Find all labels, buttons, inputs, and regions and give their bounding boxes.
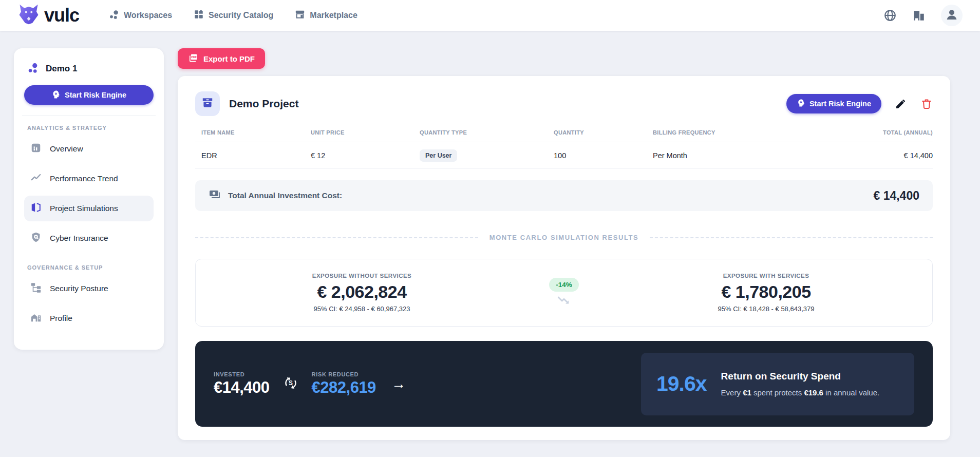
risk-reduced-metric: RISK REDUCED €282,619 <box>312 371 376 397</box>
start-risk-engine-button[interactable]: Start Risk Engine <box>24 85 154 105</box>
roi-multiplier: 19.6x <box>656 372 707 396</box>
account-icon <box>944 7 959 24</box>
project-card-header: Demo Project Start Risk Engine <box>195 91 933 116</box>
main-content: PDF Export to PDF <box>178 48 950 440</box>
risk-reduced-value: €282,619 <box>312 378 376 397</box>
project-title: Demo Project <box>229 98 298 110</box>
exposure-without-value: € 2,062,824 <box>201 282 523 302</box>
return-on-spend-panel: 19.6x Return on Security Spend Every €1 … <box>641 353 914 415</box>
pdf-icon: PDF <box>188 53 198 65</box>
start-risk-engine-button-header[interactable]: Start Risk Engine <box>786 94 881 113</box>
col-header-billing-frequency: BILLING FREQUENCY <box>647 129 842 136</box>
account-tree-icon <box>30 282 42 295</box>
overview-icon <box>30 142 42 156</box>
logo[interactable]: vulc <box>17 3 79 28</box>
invested-metric: INVESTED €14,400 <box>214 371 270 397</box>
header-actions: Start Risk Engine <box>786 94 933 113</box>
sidebar-item-label: Profile <box>50 314 72 323</box>
workspace-name: Demo 1 <box>46 64 77 74</box>
sidebar-item-performance-trend[interactable]: Performance Trend <box>24 166 154 192</box>
svg-text:S: S <box>289 379 293 386</box>
sidebar: Demo 1 Start Risk Engine ANALYTICS & STR… <box>14 48 164 350</box>
invested-label: INVESTED <box>214 371 270 377</box>
sidebar-item-label: Security Posture <box>50 284 108 293</box>
arrow-right-icon: → <box>391 376 406 392</box>
sidebar-item-security-posture[interactable]: Security Posture <box>24 276 154 301</box>
exposure-with-label: EXPOSURE WITH SERVICES <box>605 273 927 279</box>
svg-text:PDF: PDF <box>191 55 197 59</box>
nav-item-workspaces[interactable]: Workspaces <box>109 9 172 22</box>
export-pdf-label: Export to PDF <box>203 54 255 63</box>
roi-summary-card: INVESTED €14,400 S RISK REDUCED <box>195 341 933 427</box>
nav-item-label: Security Catalog <box>209 11 273 20</box>
quantity-type-badge: Per User <box>420 149 457 162</box>
globe-icon[interactable] <box>883 9 897 22</box>
nav-item-label: Workspaces <box>124 11 172 20</box>
sidebar-item-label: Project Simulations <box>50 204 118 213</box>
catalog-icon <box>194 9 204 22</box>
exposure-delta: -14% <box>523 278 605 308</box>
col-header-quantity-type: QUANTITY TYPE <box>413 129 548 136</box>
exposure-with-services: EXPOSURE WITH SERVICES € 1,780,205 95% C… <box>605 273 927 313</box>
sidebar-item-label: Cyber Insurance <box>50 234 108 243</box>
risk-reduced-label: RISK REDUCED <box>312 371 376 377</box>
section-label-governance: GOVERNANCE & SETUP <box>24 264 154 271</box>
psychology-icon <box>797 99 805 109</box>
items-table: ITEM NAME UNIT PRICE QUANTITY TYPE QUANT… <box>195 129 933 169</box>
nav-item-marketplace[interactable]: Marketplace <box>295 9 357 22</box>
roi-text: Return on Security Spend Every €1 spent … <box>721 371 880 397</box>
cell-quantity-type: Per User <box>413 149 548 162</box>
cell-quantity: 100 <box>548 151 647 160</box>
divider-line <box>195 237 478 238</box>
monte-carlo-section-title: MONTE CARLO SIMULATION RESULTS <box>489 234 638 241</box>
shield-policy-icon <box>30 232 42 245</box>
exposure-without-services: EXPOSURE WITHOUT SERVICES € 2,062,824 95… <box>201 273 523 313</box>
roi-metrics: INVESTED €14,400 S RISK REDUCED <box>214 371 406 397</box>
organization-icon[interactable] <box>912 9 926 22</box>
edit-pencil-icon[interactable] <box>895 98 907 110</box>
home-work-icon <box>30 312 42 325</box>
start-risk-engine-label: Start Risk Engine <box>809 100 871 108</box>
col-header-total-annual: TOTAL (ANNUAL) <box>842 129 933 136</box>
sidebar-item-cyber-insurance[interactable]: Cyber Insurance <box>24 225 154 251</box>
page-body: Demo 1 Start Risk Engine ANALYTICS & STR… <box>0 31 980 440</box>
sidebar-item-profile[interactable]: Profile <box>24 306 154 331</box>
exposure-without-label: EXPOSURE WITHOUT SERVICES <box>201 273 523 279</box>
nav-links: Workspaces Security Catalog <box>109 9 357 22</box>
table-row: EDR € 12 Per User 100 Per Month € 14,400 <box>195 142 933 169</box>
archive-icon <box>201 96 214 111</box>
sidebar-item-project-simulations[interactable]: Project Simulations <box>24 196 154 221</box>
workspace-selector[interactable]: Demo 1 <box>24 62 154 76</box>
delete-trash-icon[interactable] <box>920 98 933 110</box>
total-investment-label-group: Total Annual Investment Cost: <box>209 188 342 203</box>
exposure-with-ci: 95% CI: € 18,428 - € 58,643,379 <box>605 305 927 313</box>
col-header-quantity: QUANTITY <box>548 129 647 136</box>
currency-exchange-icon: S <box>283 375 298 393</box>
sidebar-item-label: Performance Trend <box>50 174 118 183</box>
wolf-logo-icon <box>17 3 40 28</box>
trend-up-icon <box>30 172 42 185</box>
nav-item-security-catalog[interactable]: Security Catalog <box>194 9 273 22</box>
roi-sentence: Every €1 spent protects €19.6 in annual … <box>721 388 880 397</box>
total-investment-label: Total Annual Investment Cost: <box>228 191 342 200</box>
cell-unit-price: € 12 <box>305 151 413 160</box>
payments-icon <box>209 188 221 203</box>
exposure-without-ci: 95% CI: € 24,958 - € 60,967,323 <box>201 305 523 313</box>
sidebar-item-overview[interactable]: Overview <box>24 136 154 162</box>
cell-item-name: EDR <box>195 151 305 160</box>
user-avatar[interactable] <box>941 5 963 26</box>
cell-billing-frequency: Per Month <box>647 151 842 160</box>
trending-down-icon <box>557 296 571 308</box>
navbar-right <box>883 5 963 26</box>
sidebar-item-label: Overview <box>50 144 83 154</box>
section-label-analytics: ANALYTICS & STRATEGY <box>24 125 154 131</box>
project-card: Demo Project Start Risk Engine <box>178 76 950 440</box>
col-header-unit-price: UNIT PRICE <box>305 129 413 136</box>
delta-percent-badge: -14% <box>549 278 579 292</box>
logo-text: vulc <box>44 5 79 26</box>
cell-total-annual: € 14,400 <box>842 151 933 160</box>
psychology-icon <box>51 90 61 101</box>
exposure-results-card: EXPOSURE WITHOUT SERVICES € 2,062,824 95… <box>195 259 933 327</box>
top-navbar: vulc Workspaces Security Catalog <box>0 0 980 31</box>
export-pdf-button[interactable]: PDF Export to PDF <box>178 48 265 69</box>
